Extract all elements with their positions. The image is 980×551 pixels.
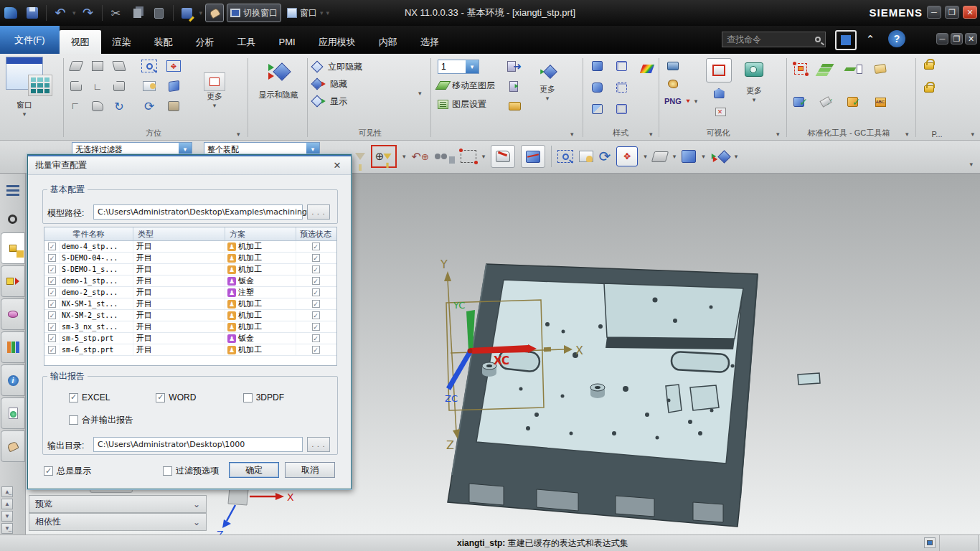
save-displayed-dropdown-icon[interactable]: ▾ <box>199 9 203 17</box>
dialog-close-icon[interactable]: ✕ <box>331 160 344 171</box>
edit-object-display-icon[interactable] <box>664 58 682 74</box>
table-row[interactable]: ✓NX-SM-2_st...开目♟机加工✓ <box>44 310 336 321</box>
move-to-layer-item[interactable]: 移动至图层 <box>438 77 495 94</box>
table-row[interactable]: ✓demo-4_stp...开目♟机加工✓ <box>44 241 336 253</box>
half-shaded-icon[interactable] <box>588 101 606 117</box>
style-dialog-launcher[interactable]: ▾ <box>649 131 653 138</box>
tab-5[interactable]: 工具 <box>226 30 268 54</box>
preselect-checkbox[interactable]: ✓ <box>312 277 320 285</box>
gc-dialog-launcher[interactable]: ▾ <box>905 131 909 138</box>
ok-button[interactable]: 确定 <box>229 462 279 478</box>
view-visible-layer-icon[interactable]: ➜ <box>506 58 523 74</box>
restore-button[interactable]: ❐ <box>945 6 959 19</box>
view-isometric-icon[interactable] <box>110 58 128 74</box>
col-type[interactable]: 类型 <box>133 227 225 240</box>
preselect-checkbox[interactable]: ✓ <box>312 254 320 262</box>
true-shading-button[interactable] <box>706 58 732 83</box>
ribbon-overflow-icon[interactable]: ▾ <box>971 131 974 138</box>
abc-rename-icon[interactable]: ABC <box>872 94 889 110</box>
row-checkbox[interactable]: ✓ <box>48 300 56 308</box>
tab-6[interactable]: PMI <box>268 30 307 54</box>
table-row[interactable]: ✓sm-6_stp.prt开目♟机加工✓ <box>44 344 336 356</box>
layer-settings-item[interactable]: 图层设置 <box>438 95 495 113</box>
output-dir-browse-button[interactable]: . . . <box>307 437 330 452</box>
shaded-edges-icon[interactable] <box>588 58 606 74</box>
rotate-view-icon[interactable]: ↻ <box>110 98 128 114</box>
view-top-icon[interactable] <box>89 58 106 74</box>
view-dropdown-icon[interactable]: ▾ <box>673 153 677 160</box>
unlock-icon[interactable] <box>924 85 934 93</box>
help-button[interactable]: ? <box>888 30 905 47</box>
preselect-checkbox[interactable]: ✓ <box>312 311 320 319</box>
pan-icon[interactable] <box>141 78 158 94</box>
layer-category-icon[interactable] <box>506 78 523 94</box>
find-command-input[interactable]: 查找命令 <box>722 32 826 47</box>
format-checkbox-3dpdf[interactable]: 3DPDF <box>243 392 330 402</box>
show-hide-dropdown-icon[interactable]: ▾ <box>735 153 738 160</box>
shaded-icon[interactable] <box>588 80 606 95</box>
hide-item[interactable]: 隐藏 <box>313 75 420 93</box>
model-path-browse-button[interactable]: . . . <box>307 204 330 220</box>
close-button[interactable]: ✕ <box>963 6 977 19</box>
cancel-button[interactable]: 取消 <box>285 462 335 478</box>
layer-standard-icon[interactable] <box>819 61 836 77</box>
png-export-button[interactable]: PNG▾ <box>664 94 697 108</box>
section-icon[interactable] <box>165 98 182 114</box>
visualization-dialog-launcher[interactable]: ▾ <box>776 131 780 138</box>
fit-view-icon[interactable]: ✥ <box>165 58 182 74</box>
zoom-icon[interactable] <box>141 58 158 74</box>
table-row[interactable]: ✓sm-3_nx_st...开目♟机加工✓ <box>44 321 336 333</box>
tab-8[interactable]: 内部 <box>367 30 409 54</box>
cut-icon[interactable]: ✂ <box>107 4 126 22</box>
tab-9[interactable]: 选择 <box>409 30 451 54</box>
model-check-icon[interactable]: ✓ <box>845 94 862 110</box>
tab-2[interactable]: 渲染 <box>101 30 143 54</box>
replace-reference-icon[interactable] <box>792 61 809 77</box>
perspective-icon[interactable] <box>165 78 182 94</box>
render-style-dropdown-icon[interactable]: ▾ <box>702 153 705 160</box>
wireframe-icon[interactable] <box>613 58 630 74</box>
row-checkbox[interactable]: ✓ <box>48 323 56 331</box>
save-icon[interactable] <box>23 4 42 22</box>
show-item[interactable]: 显示 <box>313 93 420 110</box>
col-preselect[interactable]: 预选状态 <box>296 227 335 240</box>
table-row[interactable]: ✓demo-2_stp...开目♟注塑✓ <box>44 287 336 298</box>
open-folder-icon[interactable] <box>506 98 523 114</box>
format-checkbox-excel[interactable]: EXCEL <box>69 392 156 402</box>
row-checkbox[interactable]: ✓ <box>48 346 56 354</box>
preselect-checkbox[interactable]: ✓ <box>312 242 320 250</box>
orientation-dialog-launcher[interactable]: ▾ <box>237 131 240 138</box>
scroll-down-icon[interactable]: ▼ <box>1 511 13 522</box>
undo-dropdown-icon[interactable]: ▾ <box>72 9 76 17</box>
menu-button[interactable] <box>0 174 25 207</box>
part-check-icon[interactable]: ✓ <box>792 94 809 110</box>
show-hide-quick-icon[interactable] <box>711 145 729 168</box>
trimetric-view-icon[interactable] <box>653 145 667 168</box>
scroll-top-icon[interactable]: ▲̲ <box>1 486 13 497</box>
layer-dialog-launcher[interactable]: ▾ <box>570 131 574 138</box>
section-view-button[interactable] <box>521 145 545 168</box>
view-right-icon[interactable] <box>89 98 106 114</box>
chevron-down-icon[interactable]: ⌄ <box>193 499 200 509</box>
lock-icon[interactable] <box>924 62 934 70</box>
dialog-title-bar[interactable]: 批量审查配置 ✕ <box>28 155 351 175</box>
visibility-expand-icon[interactable]: ▾ <box>418 90 422 97</box>
hide-now-item[interactable]: 立即隐藏 <box>313 58 420 75</box>
show-hide-button[interactable]: 显示和隐藏 <box>255 60 302 100</box>
row-checkbox[interactable]: ✓ <box>48 288 56 296</box>
render-style-icon[interactable] <box>682 145 696 168</box>
minimize-ribbon-button[interactable]: ⌃ <box>861 30 880 49</box>
view-front-icon[interactable] <box>67 78 85 94</box>
copy-icon[interactable] <box>128 4 147 22</box>
preselect-checkbox[interactable]: ✓ <box>312 288 320 296</box>
preselect-checkbox[interactable]: ✓ <box>312 346 320 354</box>
dependency-panel-header[interactable]: 相依性⌄ <box>29 513 207 531</box>
preselect-checkbox[interactable]: ✓ <box>312 300 320 308</box>
part-navigator-tab[interactable] <box>1 298 25 330</box>
doc-minimize-button[interactable]: ─ <box>936 33 948 44</box>
palette-icon[interactable] <box>664 76 682 92</box>
table-row[interactable]: ✓NX-SM-1_st...开目♟机加工✓ <box>44 298 336 310</box>
window-menu-button[interactable]: 窗口 ▾▾ <box>284 4 332 22</box>
find-in-assembly-icon[interactable] <box>435 145 455 168</box>
paste-icon[interactable] <box>150 4 169 22</box>
